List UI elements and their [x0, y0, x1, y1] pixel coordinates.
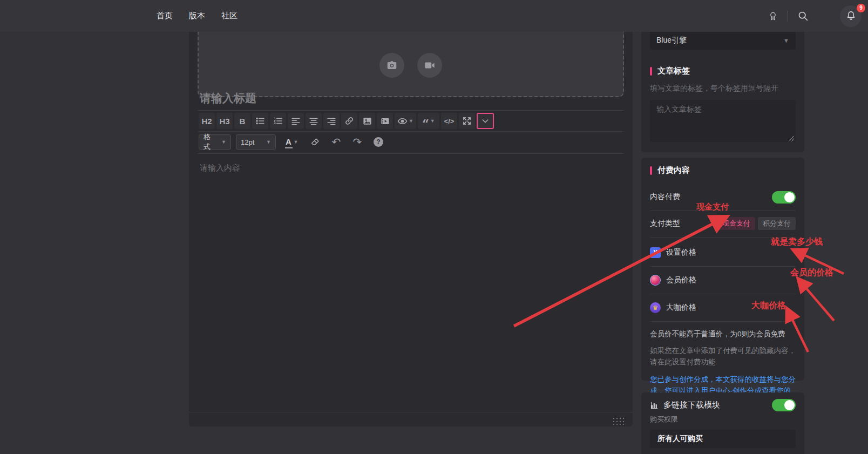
align-right-button[interactable]	[323, 113, 340, 129]
notifications-button[interactable]: 9	[840, 5, 862, 27]
font-size-select[interactable]: 12pt ▼	[236, 134, 276, 150]
clear-format-button[interactable]	[307, 134, 323, 150]
eraser-icon	[310, 137, 320, 147]
bullet-list-icon	[255, 116, 265, 126]
tags-input[interactable]	[650, 100, 796, 142]
divider	[650, 211, 796, 211]
redo-button[interactable]: ↷	[349, 134, 365, 150]
caret-down-icon: ▼	[266, 139, 271, 145]
search-icon[interactable]	[797, 10, 809, 22]
nav-link-home[interactable]: 首页	[157, 11, 173, 21]
pay-type-points-option[interactable]: 积分支付	[758, 217, 796, 230]
help-icon: ?	[374, 137, 383, 147]
font-color-a-icon: A	[285, 136, 293, 148]
resize-handle-icon[interactable]	[612, 417, 625, 425]
notification-badge: 9	[857, 4, 865, 12]
bar-chart-icon	[650, 401, 659, 410]
nav-link-community[interactable]: 社区	[221, 11, 238, 21]
toggle-knob	[784, 192, 795, 202]
editor-toolbar: H2 H3 B	[198, 110, 624, 154]
content-paid-toggle[interactable]	[772, 191, 796, 204]
content-paid-row: 内容付费	[650, 191, 796, 204]
expand-icon	[462, 116, 472, 126]
eye-icon	[397, 116, 408, 126]
engine-select-value: Blue引擎	[656, 36, 687, 45]
format-select[interactable]: 格式 ▼	[199, 134, 231, 150]
member-price-note: 会员价不能高于普通价，为0则为会员免费	[650, 329, 796, 339]
caret-down-icon: ▼	[221, 139, 226, 145]
pay-type-row: 支付类型 现金支付 积分支付	[650, 217, 796, 230]
tags-textarea-wrap	[650, 93, 796, 144]
fullscreen-button[interactable]	[459, 113, 475, 129]
preview-button[interactable]: ▼	[395, 113, 416, 129]
heading3-button[interactable]: H3	[216, 113, 233, 129]
daka-price-label: 大咖价格	[666, 303, 696, 313]
redo-icon: ↷	[353, 135, 362, 148]
download-module-card: 多链接下载模块 购买权限 所有人可购买	[641, 392, 804, 454]
article-title-input[interactable]: 请输入标题	[200, 91, 256, 106]
help-button[interactable]: ?	[370, 134, 386, 150]
undo-icon: ↶	[332, 135, 341, 148]
tags-title: 文章标签	[657, 66, 690, 76]
paid-content-card: 付费内容 内容付费 支付类型 现金支付 积分支付 ¥ 设置价格 会员价格 ♛	[641, 158, 804, 381]
member-avatar-icon	[650, 275, 661, 286]
divider	[650, 237, 796, 238]
toolbar-row-2: 格式 ▼ 12pt ▼ A ▼ ↶ ↷	[198, 131, 624, 153]
insert-video-button[interactable]	[377, 113, 393, 129]
download-module-title: 多链接下载模块	[663, 400, 720, 410]
toolbar-row-1: H2 H3 B	[198, 111, 624, 131]
medal-icon[interactable]	[767, 10, 779, 22]
pay-type-label: 支付类型	[650, 219, 680, 228]
font-size-value: 12pt	[241, 138, 254, 146]
section-accent-bar	[650, 166, 652, 175]
purchase-permission-label: 购买权限	[650, 415, 796, 424]
align-right-icon	[327, 116, 336, 126]
undo-button[interactable]: ↶	[328, 134, 344, 150]
bullet-list-button[interactable]	[252, 113, 268, 129]
upload-buttons	[199, 53, 623, 78]
purchase-permission-select[interactable]: 所有人可购买	[650, 430, 796, 448]
vip-crown-icon: ♛	[650, 302, 661, 313]
section-accent-bar	[650, 67, 652, 76]
nav-link-version[interactable]: 版本	[189, 11, 205, 21]
ordered-list-button[interactable]	[270, 113, 286, 129]
font-color-button[interactable]: A ▼	[281, 134, 302, 150]
insert-image-button[interactable]	[359, 113, 375, 129]
caret-down-icon: ▼	[409, 118, 413, 124]
align-center-button[interactable]	[306, 113, 322, 129]
set-price-label: 设置价格	[666, 248, 696, 258]
tags-section-header: 文章标签	[650, 66, 796, 76]
hidden-content-note: 如果您在文章中添加了付费可见的隐藏内容，请在此设置付费功能	[650, 345, 796, 368]
member-price-label: 会员价格	[666, 275, 696, 285]
align-left-button[interactable]	[288, 113, 304, 129]
toolbar-collapse-button[interactable]	[477, 113, 494, 129]
divider	[650, 266, 796, 267]
bold-button[interactable]: B	[234, 113, 250, 129]
link-button[interactable]	[341, 113, 357, 129]
upload-video-button[interactable]	[417, 53, 442, 78]
ordered-list-icon	[273, 116, 283, 126]
member-price-row[interactable]: 会员价格	[650, 274, 796, 287]
article-content-input[interactable]: 请输入内容	[200, 163, 240, 173]
nav-divider	[788, 11, 788, 22]
tags-card: Blue引擎 ▼ 文章标签 填写文章的标签，每个标签用逗号隔开	[641, 22, 804, 152]
nav-links: 首页 版本 社区	[157, 0, 238, 32]
download-module-toggle[interactable]	[772, 399, 796, 411]
set-price-row[interactable]: ¥ 设置价格	[650, 246, 796, 259]
camera-icon	[386, 59, 398, 71]
divider	[650, 294, 796, 294]
divider	[650, 321, 796, 322]
quote-icon: “	[422, 116, 429, 126]
engine-select[interactable]: Blue引擎 ▼	[650, 31, 796, 50]
blockquote-button[interactable]: “ ▼	[418, 113, 439, 129]
download-module-header: 多链接下载模块	[650, 399, 796, 411]
code-button[interactable]: </>	[441, 113, 457, 129]
pay-type-cash-option[interactable]: 现金支付	[717, 217, 755, 230]
page: 首页 版本 社区 9	[0, 0, 868, 454]
upload-image-button[interactable]	[379, 53, 404, 78]
heading2-button[interactable]: H2	[199, 113, 215, 129]
yen-price-icon: ¥	[650, 247, 661, 258]
top-navbar: 首页 版本 社区 9	[0, 0, 868, 32]
chevron-down-icon: ▼	[783, 37, 789, 44]
daka-price-row[interactable]: ♛ 大咖价格	[650, 301, 796, 314]
